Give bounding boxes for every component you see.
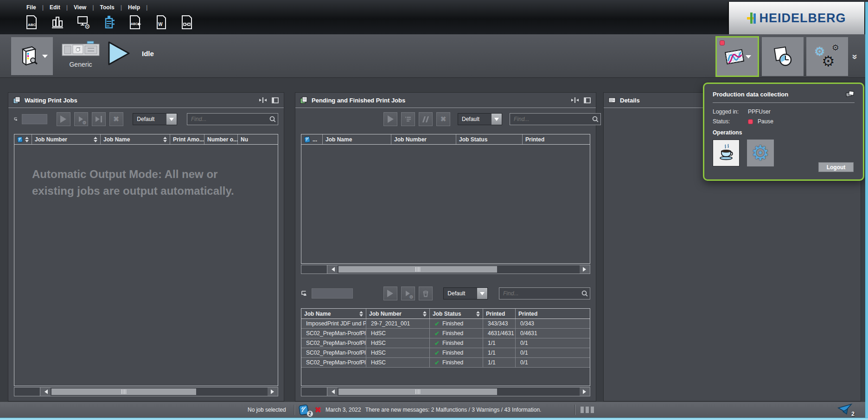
- maximize-panel-icon[interactable]: [584, 97, 591, 103]
- column-job-number[interactable]: Job Number: [32, 134, 101, 144]
- job-file-icon: [304, 136, 311, 143]
- gears-icon: ⚙⚙⚙: [814, 44, 840, 70]
- divider: [575, 405, 575, 415]
- delete-job-button[interactable]: ✖: [109, 112, 123, 126]
- delayed-jobs-button[interactable]: [762, 37, 804, 76]
- table-row[interactable]: SC02_PrepMan-ProofPlat... HdSC Finished …: [301, 338, 590, 348]
- scrollbar-thumb[interactable]: [338, 266, 497, 273]
- column-print-amount[interactable]: Print Amo...: [170, 134, 204, 144]
- column-printed[interactable]: Printed: [523, 134, 590, 144]
- print-statistics-icon[interactable]: [50, 13, 65, 31]
- menu-help[interactable]: Help: [122, 4, 146, 11]
- column-job-type[interactable]: [14, 134, 32, 144]
- delete-finished-job-button[interactable]: [419, 286, 433, 300]
- scrollbar-thumb[interactable]: [51, 388, 196, 395]
- linked-document-icon[interactable]: [180, 13, 195, 31]
- start-job-button[interactable]: [57, 112, 70, 126]
- reprint-job-button[interactable]: [383, 286, 397, 300]
- logout-button[interactable]: Logout: [818, 162, 854, 172]
- finished-toolbar: ⚙ Default: [295, 282, 596, 305]
- pending-jobs-table: ... Job Name Job Number Job Status Print…: [301, 134, 590, 264]
- waiting-filter-value: Default: [133, 116, 166, 122]
- column-job-name[interactable]: Job Name: [101, 134, 170, 144]
- column-job-number[interactable]: Job Number: [391, 134, 456, 144]
- statusbar-grip-handle[interactable]: [581, 407, 594, 413]
- settings-button[interactable]: ⚙⚙⚙: [806, 37, 848, 76]
- coffee-cup-icon: [716, 143, 736, 163]
- job-group-icon: [14, 116, 18, 122]
- system-settings-icon[interactable]: ⚙: [76, 13, 91, 31]
- job-group-field[interactable]: [22, 114, 47, 124]
- collapse-panel-icon[interactable]: [571, 97, 579, 103]
- toolbar-overflow-chevron-icon[interactable]: »: [850, 54, 861, 58]
- data-settings-button[interactable]: ⚙: [747, 140, 774, 166]
- menu-separator: |: [146, 4, 147, 11]
- column-job-name[interactable]: Job Name: [301, 309, 366, 318]
- scroll-left-button[interactable]: [327, 388, 338, 396]
- gear-icon: ⚙: [751, 143, 769, 163]
- scroll-left-button[interactable]: [40, 388, 51, 396]
- status-message: There are new messages: 2 Malfunctions /…: [365, 407, 542, 413]
- pending-find-input[interactable]: [510, 116, 590, 122]
- scroll-left-button[interactable]: [327, 265, 338, 274]
- scroll-right-button[interactable]: [580, 265, 590, 274]
- menu-edit[interactable]: Edit: [44, 4, 66, 11]
- collapse-panel-icon[interactable]: [259, 97, 267, 103]
- production-chart-icon: [723, 47, 746, 66]
- waiting-find-input[interactable]: [187, 116, 268, 122]
- table-row[interactable]: SC02_PrepMan-ProofPlat... HdSC Finished …: [301, 329, 590, 338]
- table-row[interactable]: SC02_PrepMan-ProofPlat... HdSC Finished …: [301, 348, 590, 358]
- finished-find-input[interactable]: [499, 290, 580, 297]
- scrollbar-thumb[interactable]: [338, 388, 497, 395]
- table-row[interactable]: ImposedPrint JDF und PPF 29-7_2021_001 F…: [301, 319, 590, 329]
- heidelberg-logo: HEIDELBERG: [728, 2, 864, 34]
- machine-select-button[interactable]: [11, 37, 53, 75]
- machine-thumbnail[interactable]: Generic: [59, 40, 102, 68]
- window-frame-right: [865, 2, 868, 418]
- pause-break-button[interactable]: [713, 140, 740, 166]
- finished-filter-dropdown[interactable]: Default: [443, 287, 488, 299]
- import-job-icon[interactable]: ABC: [128, 13, 143, 31]
- pin-panel-icon[interactable]: [845, 90, 855, 98]
- column-printed[interactable]: Printed: [483, 309, 516, 318]
- skip-to-end-button[interactable]: [92, 112, 106, 126]
- cancel-job-button[interactable]: ✖: [436, 112, 450, 126]
- menu-tools[interactable]: Tools: [94, 4, 121, 11]
- menu-view[interactable]: View: [68, 4, 92, 11]
- scroll-right-button[interactable]: [580, 388, 590, 396]
- messages-area[interactable]: 2 ✖ March 3, 2022 There are new messages…: [299, 404, 542, 415]
- column-job-status[interactable]: Job Status: [430, 309, 483, 318]
- job-group-field[interactable]: [312, 288, 352, 299]
- scroll-right-button[interactable]: [268, 388, 278, 396]
- machine-toolbar: Generic Idle: [0, 34, 868, 78]
- job-report-icon[interactable]: ABC: [24, 13, 39, 31]
- waiting-filter-dropdown[interactable]: Default: [133, 113, 177, 125]
- pause-status-indicator: [748, 119, 753, 124]
- column-job-type[interactable]: ...: [301, 134, 323, 144]
- column-printed-2[interactable]: Printed: [516, 309, 590, 318]
- column-job-number[interactable]: Job Number: [366, 309, 430, 318]
- outbox-button[interactable]: 2: [837, 403, 853, 417]
- preview-document-icon[interactable]: W: [154, 13, 169, 31]
- production-data-collection-button[interactable]: [716, 37, 758, 76]
- job-queue-button[interactable]: [401, 112, 415, 126]
- table-row[interactable]: SC02_PrepMan-ProofPlat... HdSC Finished …: [301, 358, 590, 368]
- popup-title: Production data collection: [713, 91, 788, 98]
- send-plane-icon: [837, 403, 853, 415]
- column-job-status[interactable]: Job Status: [456, 134, 523, 144]
- start-with-options-button[interactable]: ⚙: [74, 112, 88, 126]
- waiting-find-box: [187, 113, 278, 125]
- machine-icon[interactable]: [102, 13, 117, 31]
- pending-filter-dropdown[interactable]: Default: [458, 113, 502, 125]
- maximize-panel-icon[interactable]: [272, 97, 279, 103]
- column-number-of[interactable]: Number o...: [204, 134, 238, 144]
- production-data-popup: Production data collection Logged in: PP…: [703, 83, 864, 181]
- menu-file[interactable]: File: [20, 4, 42, 11]
- reprint-with-options-button[interactable]: ⚙: [401, 286, 415, 300]
- column-job-name[interactable]: Job Name: [323, 134, 391, 144]
- column-truncated[interactable]: Nu: [238, 134, 278, 144]
- resume-job-button[interactable]: [383, 112, 397, 126]
- finished-check-icon: Finished: [430, 358, 483, 367]
- divider: [294, 405, 295, 415]
- pause-job-button[interactable]: [419, 112, 433, 126]
